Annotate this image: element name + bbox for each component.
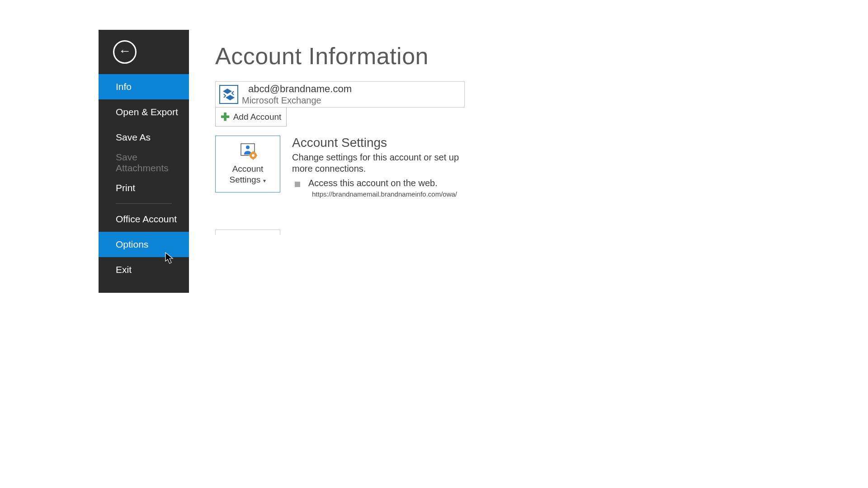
sidebar-item-info[interactable]: Info [99,74,189,99]
svg-point-2 [246,145,250,149]
sidebar-item-save-attachments: Save Attachments [99,150,189,175]
backstage-view: ← Info Open & Export Save As Save Attach… [99,30,466,293]
account-info: abcd@brandname.com Microsoft Exchange [248,83,352,107]
account-email: abcd@brandname.com [248,83,352,95]
account-settings-text: Account Settings Change settings for thi… [292,136,466,198]
sidebar-item-print[interactable]: Print [99,175,189,201]
sidebar-item-save-as[interactable]: Save As [99,125,189,150]
account-selector[interactable]: abcd@brandname.com Microsoft Exchange [215,81,465,108]
svg-rect-7 [249,155,250,156]
sidebar-item-options[interactable]: Options [99,232,189,257]
page-title: Account Information [215,42,466,70]
add-account-button[interactable]: ✚ Add Account [215,108,287,127]
account-settings-description: Change settings for this account or set … [292,152,464,174]
chevron-down-icon: ▾ [262,178,266,184]
sidebar-item-label: Print [116,183,135,193]
web-access-text: Access this account on the web. [308,178,438,188]
plus-icon: ✚ [221,112,230,122]
web-access-row: Access this account on the web. [292,178,466,188]
svg-rect-5 [253,151,254,153]
back-icon: ← [113,40,137,64]
sidebar-divider [116,203,172,204]
back-button[interactable]: ← [99,30,189,74]
svg-rect-8 [256,155,257,156]
sidebar-item-label: Office Account [116,214,177,225]
svg-rect-0 [220,85,238,103]
partial-tile [215,230,280,235]
sidebar-item-label: Save Attachments [116,152,189,174]
svg-point-4 [252,154,255,157]
account-type: Microsoft Exchange [242,95,345,106]
content-panel: Account Information abcd@brandname.com M… [189,30,466,293]
account-settings-tile-label: Account Settings ▾ [230,164,266,185]
web-access-url[interactable]: https://brandnamemail.brandnameinfo.com/… [312,190,466,198]
sidebar-item-label: Exit [116,264,132,275]
sidebar-item-exit[interactable]: Exit [99,257,189,282]
sidebar-item-label: Open & Export [116,107,178,117]
account-settings-section: Account Settings ▾ Account Settings Chan… [215,136,466,198]
sidebar-item-open-export[interactable]: Open & Export [99,99,189,125]
sidebar-item-office-account[interactable]: Office Account [99,206,189,232]
sidebar-item-label: Info [116,81,132,92]
bullet-icon [295,182,300,187]
sidebar-item-label: Save As [116,132,151,143]
add-account-label: Add Account [233,112,282,122]
exchange-icon [219,85,238,104]
sidebar: ← Info Open & Export Save As Save Attach… [99,30,189,293]
sidebar-item-label: Options [116,239,148,250]
account-settings-icon [238,143,257,161]
account-settings-heading: Account Settings [292,136,466,150]
svg-rect-6 [253,158,254,160]
account-settings-button[interactable]: Account Settings ▾ [215,136,280,192]
